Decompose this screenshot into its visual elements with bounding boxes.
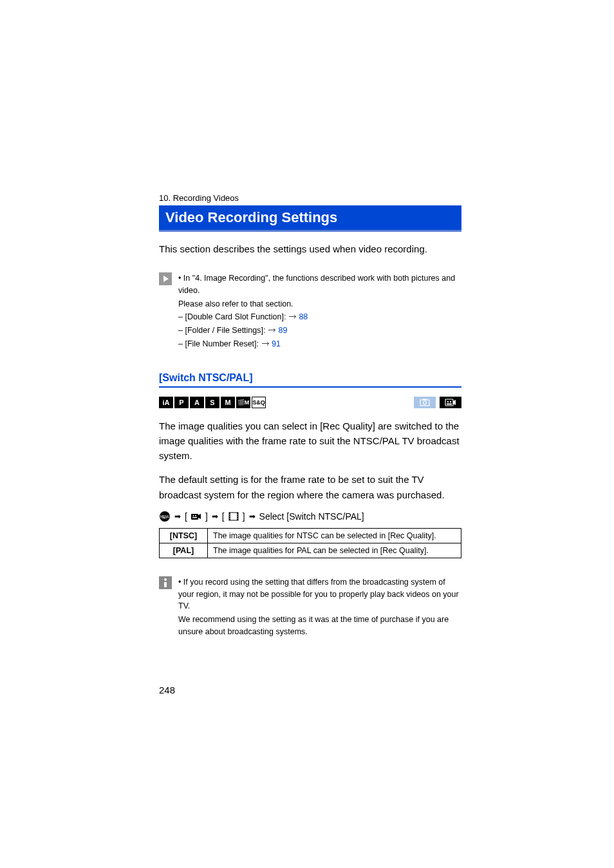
svg-rect-6 (447, 403, 452, 404)
mode-badges: iA P A S M 🎬M S&Q (159, 397, 266, 408)
bracket-open: [ (222, 511, 225, 522)
reference-note: • In "4. Image Recording", the functions… (159, 272, 461, 352)
photo-disabled-icon (414, 397, 436, 408)
svg-point-12 (195, 515, 196, 516)
svg-point-4 (447, 401, 449, 402)
svg-rect-13 (192, 517, 197, 518)
body-paragraph: The default setting is for the frame rat… (159, 472, 461, 502)
bracket-close: ] (243, 511, 245, 522)
chapter-label: 10. Recording Videos (159, 193, 461, 203)
svg-text:SET: SET (162, 516, 167, 520)
menu-button-icon: MENUSET (159, 511, 171, 522)
item-text: – [File Number Reset]: (178, 339, 261, 348)
page-link[interactable]: 89 (278, 326, 287, 335)
section-heading: [Switch NTSC/PAL] (159, 372, 461, 388)
arrow-right-icon: 🡒 (288, 312, 299, 321)
page-link[interactable]: 88 (299, 312, 308, 321)
note-refer: Please also refer to that section. (178, 298, 461, 310)
info-icon (159, 576, 172, 589)
svg-point-5 (450, 401, 451, 402)
note-item: – [Double Card Slot Function]: 🡒 88 (178, 311, 461, 323)
mode-badge-m: M (221, 397, 235, 408)
arrow-right-icon: ➡ (249, 512, 256, 521)
option-key: [NTSC] (160, 528, 208, 543)
menu-navigation-path: MENUSET ➡ [ ] ➡ [ ] ➡ Select [Switch NTS… (159, 511, 461, 522)
film-settings-icon (228, 511, 239, 522)
option-desc: The image qualities for NTSC can be sele… (208, 528, 461, 543)
note-bullet: • In "4. Image Recording", the functions… (178, 272, 461, 297)
caution-bullet: • If you record using the setting that d… (178, 576, 461, 612)
svg-rect-14 (229, 513, 238, 520)
page-number: 248 (159, 684, 461, 695)
table-row: [PAL] The image qualities for PAL can be… (160, 543, 461, 558)
options-table: [NTSC] The image qualities for NTSC can … (159, 528, 461, 558)
note-item: – [Folder / File Settings]: 🡒 89 (178, 325, 461, 337)
caution-note: • If you record using the setting that d… (159, 576, 461, 639)
svg-rect-2 (423, 399, 427, 400)
svg-point-11 (192, 515, 194, 516)
mode-badge-ia: iA (159, 397, 173, 408)
item-text: – [Double Card Slot Function]: (178, 312, 288, 321)
mode-badge-p: P (174, 397, 189, 408)
body-paragraph: The image qualities you can select in [R… (159, 419, 461, 464)
capture-type-badges (414, 397, 461, 408)
note-item: – [File Number Reset]: 🡒 91 (178, 338, 461, 350)
table-row: [NTSC] The image qualities for NTSC can … (160, 528, 461, 543)
svg-rect-0 (420, 400, 429, 406)
video-menu-icon (191, 511, 201, 522)
bracket-close: ] (205, 511, 208, 522)
caution-recommend: We recommend using the setting as it was… (178, 614, 461, 638)
arrow-icon (159, 272, 172, 285)
intro-text: This section describes the settings used… (159, 243, 461, 254)
item-text: – [Folder / File Settings]: (178, 326, 268, 335)
arrow-right-icon: 🡒 (268, 326, 278, 335)
arrow-right-icon: ➡ (212, 512, 218, 521)
mode-indicator-row: iA P A S M 🎬M S&Q (159, 397, 461, 408)
mode-badge-a: A (190, 397, 204, 408)
page-link[interactable]: 91 (272, 339, 281, 348)
svg-rect-10 (191, 514, 198, 520)
option-key: [PAL] (160, 543, 208, 558)
mode-badge-sq: S&Q (252, 397, 266, 408)
page-title: Video Recording Settings (159, 205, 461, 232)
mode-badge-video-m: 🎬M (236, 397, 250, 408)
video-enabled-icon (440, 397, 461, 408)
menu-select-text: Select [Switch NTSC/PAL] (259, 511, 364, 522)
arrow-right-icon: ➡ (174, 512, 181, 521)
mode-badge-s: S (205, 397, 219, 408)
option-desc: The image qualities for PAL can be selec… (208, 543, 461, 558)
svg-point-1 (423, 401, 427, 404)
arrow-right-icon: 🡒 (261, 339, 272, 348)
bracket-open: [ (185, 511, 187, 522)
note-text: • If you record using the setting that d… (178, 576, 461, 639)
note-text: • In "4. Image Recording", the functions… (178, 272, 461, 352)
